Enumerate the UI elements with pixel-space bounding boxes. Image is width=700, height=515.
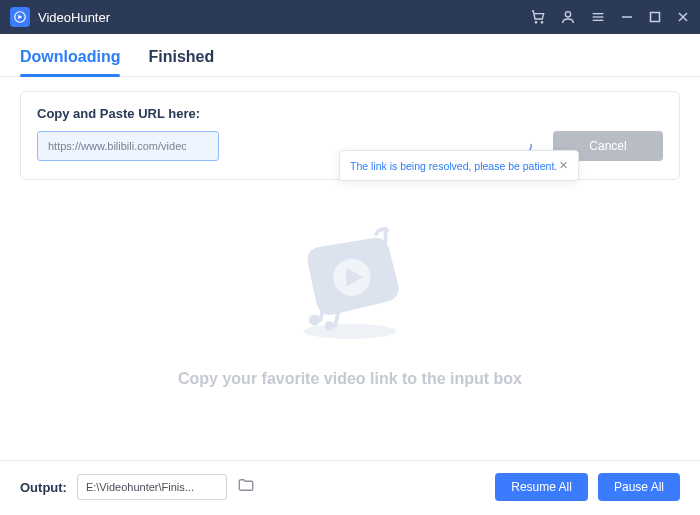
app-logo-icon	[10, 7, 30, 27]
resume-all-button[interactable]: Resume All	[495, 473, 588, 501]
empty-illustration-icon	[275, 210, 425, 350]
minimize-button[interactable]	[620, 10, 634, 24]
svg-point-3	[565, 12, 570, 17]
tabs: Downloading Finished	[0, 34, 700, 77]
empty-caption: Copy your favorite video link to the inp…	[0, 370, 700, 388]
output-path-field[interactable]: E:\Videohunter\Finis...	[77, 474, 227, 500]
tab-downloading[interactable]: Downloading	[20, 48, 120, 76]
svg-point-12	[303, 324, 396, 339]
account-icon[interactable]	[560, 9, 576, 25]
app-title: VideoHunter	[38, 10, 530, 25]
output-label: Output:	[20, 480, 67, 495]
browse-folder-icon[interactable]	[237, 476, 255, 498]
url-label: Copy and Paste URL here:	[37, 106, 663, 121]
footer: Output: E:\Videohunter\Finis... Resume A…	[0, 460, 700, 515]
cart-icon[interactable]	[530, 9, 546, 25]
url-input[interactable]	[37, 131, 219, 161]
pause-all-button[interactable]: Pause All	[598, 473, 680, 501]
url-card: Copy and Paste URL here: Cancel The link…	[20, 91, 680, 180]
empty-state: Copy your favorite video link to the inp…	[0, 180, 700, 408]
close-button[interactable]	[676, 10, 690, 24]
resolving-tooltip: The link is being resolved, please be pa…	[339, 150, 579, 181]
svg-point-2	[541, 22, 542, 23]
svg-rect-8	[651, 13, 660, 22]
svg-point-1	[535, 22, 536, 23]
tab-finished[interactable]: Finished	[148, 48, 214, 76]
maximize-button[interactable]	[648, 10, 662, 24]
menu-icon[interactable]	[590, 9, 606, 25]
tooltip-close-icon[interactable]: ✕	[559, 159, 568, 172]
tooltip-message: The link is being resolved, please be pa…	[350, 160, 557, 172]
svg-point-15	[325, 321, 334, 330]
titlebar: VideoHunter	[0, 0, 700, 34]
